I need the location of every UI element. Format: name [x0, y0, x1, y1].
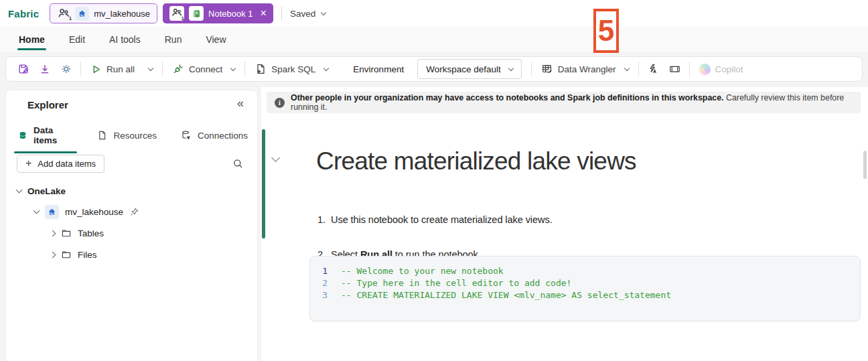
connect-label: Connect — [189, 64, 222, 74]
workspace-default-value: Workspace default — [426, 64, 501, 74]
tab-connections[interactable]: Connections — [178, 125, 250, 153]
data-wrangler-grid-icon — [541, 63, 553, 75]
workspace-default-dropdown[interactable]: Workspace default — [417, 59, 522, 79]
tab-data-items[interactable]: Data items — [15, 125, 76, 153]
people-icon: 1 — [169, 6, 184, 21]
viewer-frame-button[interactable] — [664, 60, 686, 78]
line-number: 2 — [310, 277, 341, 289]
collapse-panel-icon[interactable]: « — [237, 96, 244, 111]
add-data-items-button[interactable]: + Add data items — [17, 155, 104, 173]
code-line: 1 -- Welcome to your new notebook — [310, 265, 860, 277]
chevron-down-icon — [321, 9, 326, 15]
document-icon — [97, 130, 107, 141]
menu-label: Home — [19, 34, 45, 45]
close-icon[interactable]: × — [261, 8, 267, 19]
info-banner: i Other people in your organization may … — [267, 92, 861, 113]
search-button[interactable] — [232, 158, 244, 169]
code-cell-editor[interactable]: 1 -- Welcome to your new notebook 2 -- T… — [309, 256, 861, 321]
chevron-down-icon — [323, 65, 329, 70]
chevron-right-icon[interactable] — [50, 230, 56, 236]
menu-label: AI tools — [109, 34, 141, 45]
tab-label: Notebook 1 — [208, 9, 253, 19]
chevron-down-icon — [230, 65, 236, 70]
add-data-items-label: Add data items — [38, 159, 96, 169]
tab-resources[interactable]: Resources — [94, 125, 159, 153]
lakehouse-icon — [75, 7, 89, 21]
lightning-a-icon — [647, 63, 659, 75]
tab-notebook-1[interactable]: 1 Notebook 1 × — [163, 3, 273, 23]
menu-home[interactable]: Home — [19, 27, 45, 52]
menu-run[interactable]: Run — [165, 27, 182, 52]
download-button[interactable] — [34, 60, 56, 78]
menu-label: Edit — [69, 34, 85, 45]
divider — [689, 62, 690, 76]
people-count-badge: 1 — [182, 15, 184, 21]
fabric-logo[interactable]: Fabric — [8, 8, 39, 19]
tree-label: OneLake — [27, 186, 66, 196]
tree-item-files[interactable]: Files — [6, 247, 257, 262]
chevron-down-icon[interactable] — [16, 187, 23, 194]
explorer-tabs: Data items Resources Connections — [15, 125, 250, 153]
folder-icon — [61, 249, 72, 260]
connections-icon — [181, 130, 192, 141]
divider — [531, 62, 532, 76]
markdown-title: Create materialized lake views — [316, 147, 636, 175]
divider — [162, 62, 163, 76]
play-icon — [90, 64, 102, 75]
tab-label: Data items — [33, 125, 73, 145]
menu-edit[interactable]: Edit — [69, 27, 85, 52]
tree-label: Files — [78, 250, 97, 260]
copilot-label: Copilot — [715, 64, 743, 74]
ribbon-menu-bar: Home Edit AI tools Run View — [0, 27, 868, 52]
tree-label: mv_lakehouse — [65, 207, 123, 217]
tree-label: Tables — [78, 228, 104, 238]
collapse-cell-chevron-icon[interactable] — [271, 153, 280, 162]
chevron-down-icon[interactable] — [33, 208, 40, 214]
active-cell-indicator — [262, 129, 265, 238]
line-number: 1 — [310, 265, 341, 277]
notebook-icon — [189, 6, 204, 21]
copilot-button[interactable]: Copilot — [693, 60, 749, 78]
chevron-right-icon[interactable] — [50, 251, 56, 258]
divider — [281, 7, 282, 20]
download-icon — [39, 63, 51, 75]
tab-mv-lakehouse[interactable]: 1 mv_lakehouse — [50, 3, 157, 23]
spark-sql-label: Spark SQL — [271, 64, 315, 74]
menu-label: Run — [165, 34, 182, 45]
quick-actions-button[interactable] — [642, 60, 664, 78]
notebook-canvas: i Other people in your organization may … — [261, 87, 868, 361]
active-tab-underline — [17, 48, 46, 50]
step-text: Use this notebook to create materialized… — [331, 214, 553, 225]
search-icon — [232, 158, 244, 169]
chevron-down-icon — [148, 65, 153, 70]
tree-item-onelake[interactable]: OneLake — [6, 184, 257, 198]
list-marker: 1. — [317, 214, 331, 226]
gear-icon — [60, 63, 72, 75]
code-line: 2 -- Type here in the cell editor to add… — [310, 277, 860, 289]
active-tab-underline — [14, 151, 77, 153]
menu-ai-tools[interactable]: AI tools — [109, 27, 141, 52]
lakehouse-icon — [45, 205, 59, 219]
menu-label: View — [206, 34, 226, 45]
pin-icon[interactable] — [129, 207, 139, 217]
app-bar: Fabric 1 mv_lakehouse — [0, 0, 868, 27]
data-wrangler-button[interactable]: Data Wrangler — [535, 60, 635, 78]
spark-sql-selector[interactable]: Spark SQL — [248, 60, 334, 78]
run-all-button[interactable]: Run all — [84, 60, 159, 78]
data-wrangler-label: Data Wrangler — [558, 64, 616, 74]
tree-item-mv-lakehouse[interactable]: mv_lakehouse — [6, 204, 257, 219]
code-text: -- Welcome to your new notebook — [341, 265, 504, 277]
tab-label: mv_lakehouse — [94, 9, 150, 19]
vertical-scrollbar[interactable] — [863, 151, 867, 179]
settings-button[interactable] — [56, 60, 77, 78]
banner-text: Other people in your organization may ha… — [291, 93, 853, 112]
divider — [80, 62, 81, 76]
connect-button[interactable]: Connect — [166, 60, 241, 78]
save-button[interactable] — [13, 60, 34, 78]
divider — [638, 62, 639, 76]
save-icon — [17, 63, 29, 75]
tree-item-tables[interactable]: Tables — [6, 226, 257, 240]
saved-status-dropdown[interactable]: Saved — [290, 9, 326, 19]
menu-view[interactable]: View — [206, 27, 226, 52]
people-count-badge: 1 — [69, 15, 72, 21]
